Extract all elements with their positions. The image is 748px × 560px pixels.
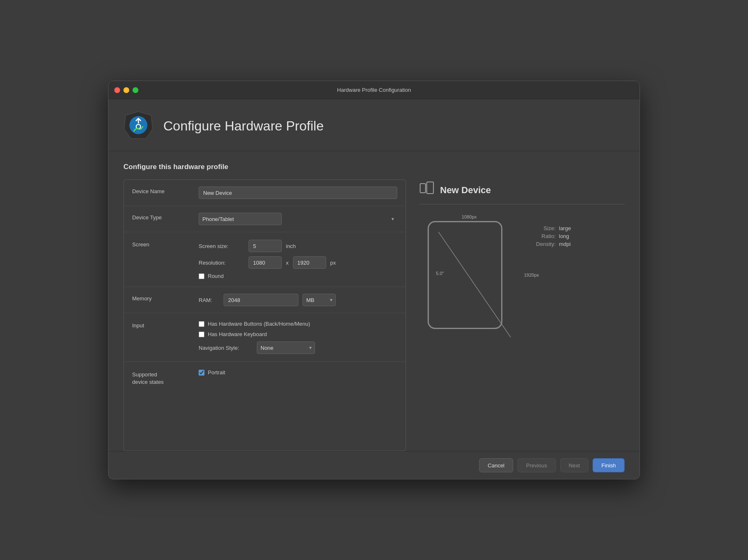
close-button[interactable] [114,87,120,93]
preview-content: 1080px 1920px 5.0" Size: lar [419,213,625,337]
dimension-top-label: 1080px [462,214,477,219]
screen-size-label: Screen size: [199,243,244,249]
density-spec-value: mdpi [559,241,571,247]
hardware-keyboard-row: Has Hardware Keyboard [199,331,315,337]
device-type-select[interactable]: Phone/Tablet Tablet Phone TV Wear OS [199,213,282,225]
dimension-diagonal-label: 5.0" [436,271,444,276]
svg-rect-4 [427,182,433,194]
header: Configure Hardware Profile [108,99,640,151]
device-type-select-wrapper: Phone/Tablet Tablet Phone TV Wear OS [199,213,397,225]
ratio-spec-key: Ratio: [529,233,556,239]
portrait-label[interactable]: Portrait [208,369,225,376]
input-row: Input Has Hardware Buttons (Back/Home/Me… [124,313,406,362]
screen-size-unit: inch [286,243,296,249]
nav-style-select-wrapper: None D-pad Trackball Wheel [257,341,315,354]
phone-diagram: 1080px 1920px 5.0" [419,213,519,337]
svg-line-5 [438,232,511,337]
device-preview-icon [419,181,434,199]
memory-row: Memory RAM: MB GB [124,287,406,313]
resolution-unit: px [330,260,336,266]
screen-controls: Screen size: inch Resolution: x px [199,240,336,279]
ratio-spec-value: long [559,233,569,239]
nav-style-select[interactable]: None D-pad Trackball Wheel [257,341,315,354]
density-spec-row: Density: mdpi [529,241,571,247]
density-spec-key: Density: [529,241,556,247]
input-label: Input [132,321,199,329]
cancel-button[interactable]: Cancel [479,458,513,472]
ram-unit-select[interactable]: MB GB [303,294,336,306]
device-states-row: Supported device states Portrait [124,362,406,393]
device-name-input[interactable] [199,187,397,199]
preview-header: New Device [419,181,625,204]
ram-input[interactable] [224,294,298,306]
screen-size-row: Screen size: inch [199,240,336,252]
round-checkbox[interactable] [199,273,204,279]
resolution-height-input[interactable] [293,256,326,269]
ram-unit-select-wrapper: MB GB [303,294,336,306]
main-window: Hardware Profile Configuration Configure… [108,81,640,479]
resolution-row: Resolution: x px [199,256,336,269]
screen-label: Screen [132,240,199,248]
round-row: Round [199,273,336,279]
nav-style-row: Navigation Style: None D-pad Trackball W… [199,341,315,354]
nav-style-label: Navigation Style: [199,345,253,351]
hardware-buttons-label[interactable]: Has Hardware Buttons (Back/Home/Menu) [208,321,310,327]
specs-panel: Size: large Ratio: long Density: mdpi [529,225,571,247]
diagonal-line-icon [438,232,511,337]
device-name-controls [199,187,397,199]
preview-panel: New Device 1080px 1920px 5.0" [419,179,625,451]
next-button[interactable]: Next [560,458,589,472]
ratio-spec-row: Ratio: long [529,233,571,239]
device-type-controls: Phone/Tablet Tablet Phone TV Wear OS [199,213,397,225]
round-label[interactable]: Round [208,273,224,279]
page-title: Configure Hardware Profile [163,118,324,134]
resolution-width-input[interactable] [249,256,282,269]
device-type-label: Device Type [132,213,199,221]
hardware-buttons-row: Has Hardware Buttons (Back/Home/Menu) [199,321,315,327]
hardware-keyboard-checkbox[interactable] [199,332,204,337]
content-area: Device Name Device Type Phone/Tablet Tab… [123,179,625,451]
app-logo-icon [123,111,153,141]
form-panel: Device Name Device Type Phone/Tablet Tab… [123,179,406,451]
hardware-keyboard-label[interactable]: Has Hardware Keyboard [208,331,267,337]
svg-rect-3 [420,184,426,193]
maximize-button[interactable] [133,87,138,93]
minimize-button[interactable] [123,87,129,93]
size-spec-row: Size: large [529,225,571,231]
resolution-x-label: x [286,260,289,266]
bottom-bar: Cancel Previous Next Finish [108,451,640,479]
memory-controls: RAM: MB GB [199,294,397,306]
dimension-right-label: 1920px [524,273,539,278]
device-states-controls: Portrait [199,369,397,376]
portrait-row: Portrait [199,369,397,376]
ram-row: RAM: MB GB [199,294,397,306]
size-spec-value: large [559,225,571,231]
previous-button[interactable]: Previous [517,458,556,472]
screen-row: Screen Screen size: inch Resolution: x [124,232,406,287]
section-heading: Configure this hardware profile [123,163,625,171]
screen-size-input[interactable] [249,240,282,252]
hardware-buttons-checkbox[interactable] [199,321,204,327]
portrait-checkbox[interactable] [199,370,204,376]
ram-label: RAM: [199,297,219,303]
memory-label: Memory [132,294,199,302]
preview-device-name: New Device [440,185,491,196]
size-spec-key: Size: [529,225,556,231]
window-title: Hardware Profile Configuration [337,87,411,93]
device-name-label: Device Name [132,187,199,194]
device-states-label: Supported device states [132,369,199,386]
resolution-label: Resolution: [199,260,244,266]
finish-button[interactable]: Finish [593,458,625,472]
window-controls [114,87,138,93]
titlebar: Hardware Profile Configuration [108,81,640,99]
device-name-row: Device Name [124,180,406,206]
device-type-row: Device Type Phone/Tablet Tablet Phone TV… [124,206,406,232]
input-controls: Has Hardware Buttons (Back/Home/Menu) Ha… [199,321,315,354]
main-content: Configure this hardware profile Device N… [108,151,640,451]
